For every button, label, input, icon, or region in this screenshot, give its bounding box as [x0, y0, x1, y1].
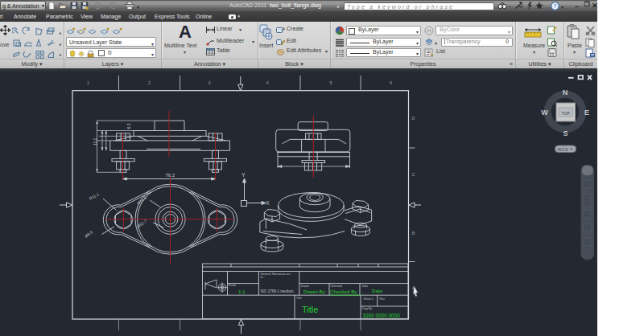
svg-text:Date: Date: [362, 285, 369, 288]
svg-text:Ø52.7: Ø52.7: [136, 219, 148, 229]
svg-text:5: 5: [329, 80, 332, 85]
svg-text:D: D: [412, 116, 415, 121]
svg-text:Drawn: Drawn: [301, 285, 309, 288]
svg-text:Date: Date: [372, 288, 383, 293]
svg-text:Dwg.No: Dwg.No: [362, 307, 373, 310]
svg-text:Y: Y: [242, 172, 246, 178]
svg-text:R11.1: R11.1: [89, 191, 100, 200]
svg-text:ISO 2768-1 medium: ISO 2768-1 medium: [261, 289, 294, 293]
svg-text:N: N: [563, 88, 568, 96]
svg-text:Sheet 1: Sheet 1: [364, 297, 374, 301]
svg-text:Scale: Scale: [229, 284, 236, 287]
svg-text:1:1: 1:1: [238, 289, 246, 294]
svg-text:Checked By: Checked By: [330, 289, 357, 294]
svg-text:6.3: 6.3: [126, 123, 131, 129]
svg-text:3: 3: [208, 80, 210, 85]
svg-text:1: 1: [87, 80, 89, 85]
svg-text:6: 6: [390, 80, 392, 85]
svg-text:C: C: [412, 172, 415, 177]
svg-text:WCS: WCS: [558, 147, 568, 152]
svg-text:X: X: [266, 200, 270, 206]
svg-text:Ø9.9: Ø9.9: [84, 229, 93, 239]
svg-text:Rev: Rev: [380, 297, 386, 301]
svg-text:B: B: [412, 231, 415, 236]
svg-text:to :: to :: [261, 276, 265, 279]
svg-text:General Tolerances acc: General Tolerances acc: [261, 272, 291, 276]
svg-text:S: S: [563, 129, 568, 137]
svg-text:11.1: 11.1: [93, 137, 97, 145]
svg-text:1000 0000 0000: 1000 0000 0000: [363, 313, 401, 318]
svg-text:Drawn By: Drawn By: [303, 289, 326, 294]
svg-text:76.2: 76.2: [166, 173, 175, 178]
svg-text:?: ?: [554, 3, 557, 9]
svg-text:W: W: [541, 109, 548, 117]
svg-text:4: 4: [266, 80, 269, 85]
svg-text:Title: Title: [296, 297, 302, 300]
svg-text:E: E: [584, 109, 589, 117]
svg-text:2: 2: [148, 80, 151, 85]
svg-text:TOP: TOP: [562, 111, 571, 116]
svg-text:Checked: Checked: [331, 285, 342, 288]
svg-text:Title: Title: [302, 305, 318, 314]
